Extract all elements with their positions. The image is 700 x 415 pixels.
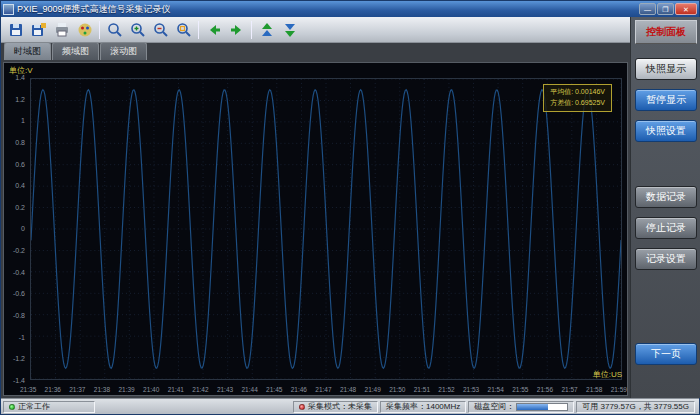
snapshot-settings-button[interactable]: 快照设置 xyxy=(635,120,697,142)
zoom-out-icon[interactable] xyxy=(149,19,172,40)
sample-rate-text: 采集频率：1400MHz xyxy=(386,401,460,412)
scroll-down-icon[interactable] xyxy=(278,19,301,40)
tab-frequency-domain[interactable]: 频域图 xyxy=(52,42,99,60)
panel-spacer xyxy=(635,270,697,343)
x-tick-label: 21:53 xyxy=(463,386,479,393)
y-tick-label: -0.6 xyxy=(13,290,25,297)
x-tick-label: 21:41 xyxy=(168,386,184,393)
zoom-reset-icon[interactable] xyxy=(172,19,195,40)
disk-usage-fill xyxy=(517,404,548,410)
x-tick-label: 21:35 xyxy=(20,386,36,393)
x-tick-label: 21:39 xyxy=(118,386,134,393)
next-page-button[interactable]: 下一页 xyxy=(635,343,697,365)
y-tick-label: -1.4 xyxy=(13,377,25,384)
x-tick-label: 21:59 xyxy=(611,386,627,393)
pause-display-button[interactable]: 暂停显示 xyxy=(635,89,697,111)
mean-value: 平均值: 0.00146V xyxy=(550,87,605,98)
data-record-button[interactable]: 数据记录 xyxy=(635,186,697,208)
x-tick-label: 21:50 xyxy=(389,386,405,393)
minimize-button[interactable]: — xyxy=(639,3,656,15)
x-axis-labels: 21:3521:3621:3721:3821:3921:4021:4121:42… xyxy=(20,386,627,393)
x-tick-label: 21:51 xyxy=(414,386,430,393)
variance-value: 方差值: 0.69525V xyxy=(550,98,605,109)
status-bar: 正常工作 采集模式：未采集 采集频率：1400MHz 磁盘空间： 可用 3779… xyxy=(1,398,699,414)
x-tick-label: 21:56 xyxy=(537,386,553,393)
tab-bar: 时域图 频域图 滚动图 xyxy=(1,43,630,60)
x-tick-label: 21:37 xyxy=(69,386,85,393)
y-tick-label: -1 xyxy=(19,334,25,341)
status-led-icon xyxy=(9,404,15,410)
save-icon[interactable] xyxy=(4,19,27,40)
disk-capacity-cell: 可用 3779.57G，共 3779.55G xyxy=(576,401,695,413)
tab-time-domain[interactable]: 时域图 xyxy=(4,42,51,60)
toolbar-separator xyxy=(198,21,199,39)
x-tick-label: 21:55 xyxy=(512,386,528,393)
y-tick-label: 1 xyxy=(21,117,25,124)
palette-icon[interactable] xyxy=(73,19,96,40)
maximize-button[interactable]: ❐ xyxy=(657,3,674,15)
waveform-chart: 单位:V 1.41.210.80.60.40.20-0.2-0.4-0.6-0.… xyxy=(3,62,628,396)
disk-space-label: 磁盘空间： xyxy=(474,401,514,412)
y-tick-label: -0.2 xyxy=(13,247,25,254)
scroll-up-icon[interactable] xyxy=(255,19,278,40)
main-area: 时域图 频域图 滚动图 单位:V 1.41.210.80.60.40.20-0.… xyxy=(1,17,699,398)
x-tick-label: 21:45 xyxy=(266,386,282,393)
statistics-legend: 平均值: 0.00146V 方差值: 0.69525V xyxy=(543,84,612,112)
acquisition-mode-cell: 采集模式：未采集 xyxy=(293,401,378,413)
plot-area[interactable]: 平均值: 0.00146V 方差值: 0.69525V xyxy=(30,78,622,380)
y-tick-label: -1.2 xyxy=(13,355,25,362)
toolbar xyxy=(1,17,630,43)
left-column: 时域图 频域图 滚动图 单位:V 1.41.210.80.60.40.20-0.… xyxy=(1,17,630,398)
acquisition-mode-text: 采集模式：未采集 xyxy=(308,401,372,412)
toolbar-separator xyxy=(99,21,100,39)
stop-record-button[interactable]: 停止记录 xyxy=(635,217,697,239)
working-status-text: 正常工作 xyxy=(18,401,50,412)
x-tick-label: 21:46 xyxy=(291,386,307,393)
zoom-icon[interactable] xyxy=(103,19,126,40)
control-panel: 控制面板 快照显示 暂停显示 快照设置 数据记录 停止记录 记录设置 下一页 xyxy=(630,17,700,398)
y-tick-label: -0.4 xyxy=(13,269,25,276)
y-tick-label: 0 xyxy=(21,225,25,232)
disk-capacity-text: 可用 3779.57G，共 3779.55G xyxy=(582,401,689,412)
pan-right-icon[interactable] xyxy=(225,19,248,40)
disk-usage-bar xyxy=(516,403,568,411)
x-tick-label: 21:58 xyxy=(586,386,602,393)
snapshot-display-button[interactable]: 快照显示 xyxy=(635,58,697,80)
y-tick-label: 0.8 xyxy=(15,139,25,146)
x-tick-label: 21:40 xyxy=(143,386,159,393)
y-tick-label: -0.8 xyxy=(13,312,25,319)
record-settings-button[interactable]: 记录设置 xyxy=(635,248,697,270)
acquisition-led-icon xyxy=(299,404,305,410)
y-tick-label: 1.2 xyxy=(15,96,25,103)
x-axis-unit-label: 单位:US xyxy=(593,369,622,380)
print-icon[interactable] xyxy=(50,19,73,40)
pan-left-icon[interactable] xyxy=(202,19,225,40)
x-tick-label: 21:47 xyxy=(315,386,331,393)
y-tick-label: 0.2 xyxy=(15,204,25,211)
x-tick-label: 21:44 xyxy=(241,386,257,393)
x-tick-label: 21:38 xyxy=(94,386,110,393)
y-tick-label: 0.4 xyxy=(15,182,25,189)
close-button[interactable]: ✕ xyxy=(675,3,697,15)
control-panel-header: 控制面板 xyxy=(635,20,697,44)
x-tick-label: 21:57 xyxy=(561,386,577,393)
y-tick-label: 0.6 xyxy=(15,161,25,168)
chart-wrapper: 单位:V 1.41.210.80.60.40.20-0.2-0.4-0.6-0.… xyxy=(1,60,630,398)
x-tick-label: 21:42 xyxy=(192,386,208,393)
app-window: PXIE_9009便携式高速信号采集记录仪 — ❐ ✕ xyxy=(0,0,700,415)
x-tick-label: 21:36 xyxy=(45,386,61,393)
x-tick-label: 21:54 xyxy=(488,386,504,393)
toolbar-separator xyxy=(251,21,252,39)
app-icon xyxy=(3,4,14,15)
y-axis-labels: 1.41.210.80.60.40.20-0.2-0.4-0.6-0.8-1-1… xyxy=(4,74,28,384)
title-bar: PXIE_9009便携式高速信号采集记录仪 — ❐ ✕ xyxy=(1,1,699,17)
waveform-svg xyxy=(31,79,621,379)
disk-space-cell: 磁盘空间： xyxy=(468,401,574,413)
x-tick-label: 21:52 xyxy=(438,386,454,393)
x-tick-label: 21:48 xyxy=(340,386,356,393)
working-status-cell: 正常工作 xyxy=(3,401,95,413)
tab-scroll-view[interactable]: 滚动图 xyxy=(100,42,147,60)
window-title: PXIE_9009便携式高速信号采集记录仪 xyxy=(17,3,638,16)
save-as-icon[interactable] xyxy=(27,19,50,40)
zoom-in-icon[interactable] xyxy=(126,19,149,40)
